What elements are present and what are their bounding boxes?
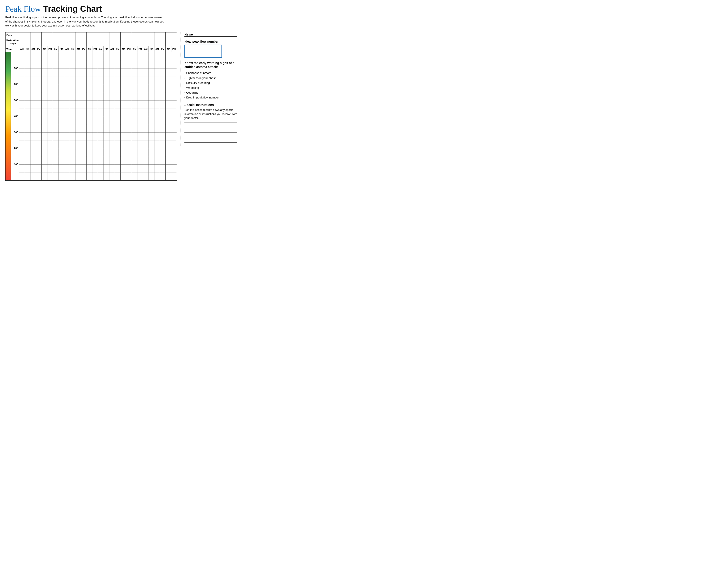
grid-cell [109,116,115,124]
main-title: Peak Flow Tracking Chart [5,4,237,14]
grid-cell [98,148,104,156]
write-line[interactable] [184,129,237,129]
grid-cell [64,108,70,116]
grid-cell [42,100,47,108]
grid-cell [121,60,126,68]
med-cells [19,38,177,46]
grid-cell [81,60,87,68]
grid-cell [154,60,160,68]
ideal-box[interactable] [184,45,222,58]
grid-cell [160,60,166,68]
grid-cell [25,68,31,76]
grid-cell [75,52,81,60]
grid-cell [104,68,109,76]
grid-cell [121,108,126,116]
grid-cell [25,172,31,180]
warning-item: Wheezing [184,85,237,90]
warning-item: Difficulty breathing [184,81,237,85]
grid-cell [64,116,70,124]
grid-cell [109,76,115,84]
grid-cell [166,68,171,76]
grid-cell [87,132,92,140]
grid-cell [160,108,166,116]
grid-cell [121,92,126,100]
grid-cell [98,76,104,84]
grid-cell [137,156,143,164]
grid-cell [104,92,109,100]
grid-cell [64,84,70,92]
grid-cell [98,92,104,100]
grid-cell [160,172,166,180]
grid-cell [132,164,138,172]
grid-cell [59,84,64,92]
grid-cell [121,156,126,164]
grid-cell [87,164,92,172]
grid-cell [19,68,25,76]
grid-cell [160,116,166,124]
grid-cell [171,68,177,76]
grid-cell [154,132,160,140]
grid-cell [42,148,47,156]
grid-cell [53,60,59,68]
grid-cell [36,100,42,108]
write-line[interactable] [184,136,237,136]
grid-cell [109,100,115,108]
grid-cell [109,60,115,68]
grid-cell [92,92,98,100]
grid-cell [143,172,149,180]
grid-cell [104,60,109,68]
grid-cell [42,68,47,76]
grid-cell [30,116,36,124]
grid-cell [109,140,115,148]
grid-cell [137,52,143,60]
write-line[interactable] [184,132,237,133]
write-line[interactable] [184,142,237,143]
grid-cell [92,116,98,124]
grid-cell [132,116,138,124]
grid-cell [171,164,177,172]
name-line[interactable] [195,32,237,36]
grid-cell [143,156,149,164]
grid-cell [53,116,59,124]
grid-cell [36,124,42,132]
grid-row [19,76,177,84]
grid-cell [42,124,47,132]
grid-cell [70,108,76,116]
date-row: Date [6,32,177,38]
grid-cell [53,100,59,108]
grid-cell [92,140,98,148]
grid-cell [19,140,25,148]
grid-cell [70,76,76,84]
grid-cell [132,100,138,108]
grid-cell [171,132,177,140]
grid-cell [166,172,171,180]
grid-cell [137,76,143,84]
write-line[interactable] [184,126,237,126]
grid-cell [160,140,166,148]
grid-cell [109,52,115,60]
grid-cell [36,172,42,180]
grid-cell [25,76,31,84]
grid-cell [92,100,98,108]
grid-cell [115,68,121,76]
grid-cell [171,116,177,124]
grid-cell [115,76,121,84]
write-line[interactable] [184,122,237,123]
grid-cell [98,172,104,180]
grid-cell [30,132,36,140]
grid-cell [143,60,149,68]
grid-cell [160,52,166,60]
write-line[interactable] [184,139,237,139]
special-title: Special Instructions [184,103,237,107]
grid-cell [98,52,104,60]
grid-cell [166,92,171,100]
name-section: Name [184,32,237,37]
grid-cell [64,172,70,180]
grid-cell [87,148,92,156]
grid-cell [70,172,76,180]
grid-cell [115,60,121,68]
grid-cell [70,124,76,132]
grid-cell [132,108,138,116]
grid-row [19,116,177,124]
grid-cell [25,140,31,148]
